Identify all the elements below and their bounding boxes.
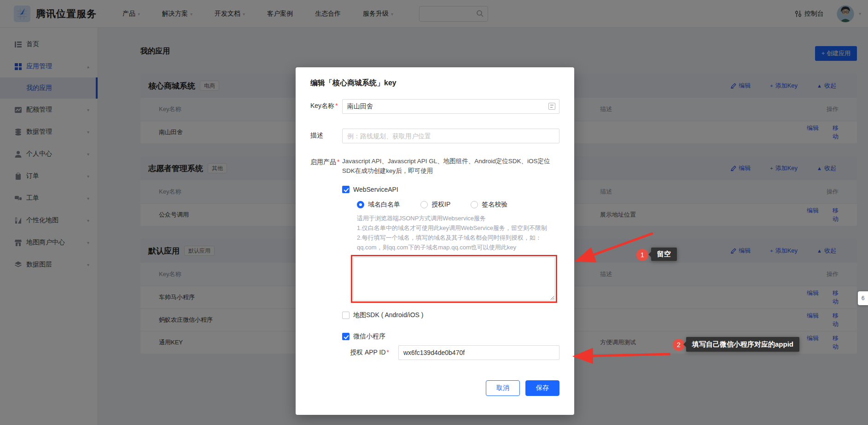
radio-label: 授权IP [431, 201, 450, 209]
appid-input[interactable] [398, 345, 559, 360]
annotation-tooltip-1: 留空 [651, 248, 677, 261]
domain-whitelist-textarea[interactable] [353, 257, 555, 301]
help-line: 适用于浏览器端JSONP方式调用Webservice服务 [357, 213, 559, 223]
radio-icon[interactable] [420, 201, 428, 208]
webservice-checkbox-row: WebServiceAPI [342, 186, 559, 193]
save-button[interactable]: 保存 [525, 380, 559, 396]
wechat-mini-checkbox[interactable] [342, 333, 350, 340]
help-line: 2.每行填写一个域名，填写的域名及其子域名都会同时得到授权，如：qq.com，则… [357, 233, 559, 252]
annotation-red-frame [351, 255, 557, 303]
map-sdk-checkbox[interactable] [342, 312, 350, 319]
radio-option-2[interactable]: 授权IP [420, 201, 450, 209]
key-name-input[interactable] [342, 99, 559, 114]
whitelist-radio-group: 域名白名单授权IP签名校验 [357, 201, 559, 209]
products-label: 启用产品* [310, 155, 342, 176]
wechat-mini-label: 微信小程序 [353, 332, 385, 341]
edit-key-modal: 编辑「核心商城系统」key Key名称* 描述 启用产品* Javascript… [296, 67, 574, 415]
desc-label: 描述 [310, 129, 342, 143]
modal-title: 编辑「核心商城系统」key [310, 78, 559, 88]
radio-icon[interactable] [471, 201, 478, 208]
cancel-button[interactable]: 取消 [486, 380, 520, 396]
appid-label: 授权 APP ID* [350, 348, 398, 357]
radio-option-1[interactable]: 域名白名单 [357, 201, 400, 209]
whitelist-help-text: 适用于浏览器端JSONP方式调用Webservice服务1.仅白名单中的域名才可… [357, 213, 559, 252]
radio-label: 域名白名单 [368, 201, 400, 209]
radio-selected-icon[interactable] [357, 201, 364, 208]
wechat-checkbox-row: 微信小程序 [342, 332, 559, 341]
key-name-label: Key名称* [310, 99, 342, 114]
input-suffix-icon[interactable] [548, 103, 555, 110]
sdk-checkbox-row: 地图SDK ( Android/iOS ) [342, 311, 559, 319]
desc-input[interactable] [342, 129, 559, 143]
webservice-checkbox[interactable] [342, 186, 350, 193]
annotation-tooltip-2: 填写自己微信小程序对应的appid [686, 337, 799, 352]
map-sdk-label: 地图SDK ( Android/iOS ) [353, 311, 424, 319]
radio-label: 签名校验 [482, 201, 507, 209]
webservice-label: WebServiceAPI [353, 186, 398, 193]
floating-widget-badge[interactable]: 6 [858, 291, 868, 305]
radio-option-3[interactable]: 签名校验 [471, 201, 507, 209]
help-line: 1.仅白名单中的域名才可使用此key调用WebService服务，留空则不限制 [357, 223, 559, 233]
products-text: Javascript API、Javascript API GL、地图组件、An… [342, 155, 559, 176]
annotation-step-1-marker: 1 [636, 249, 648, 261]
